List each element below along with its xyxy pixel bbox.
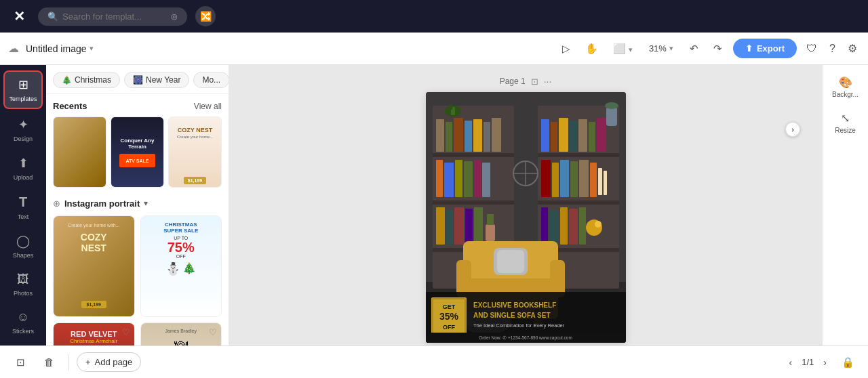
svg-rect-42 <box>541 160 551 197</box>
shield-icon: 🛡 <box>806 43 817 54</box>
recent-template-2[interactable]: Conquer Any Terrain ATV SALE <box>111 117 164 188</box>
template-favorite-icon[interactable]: ♡ <box>122 327 130 337</box>
sidebar-item-upload[interactable]: ⬆ Upload <box>3 150 43 186</box>
search-input[interactable] <box>62 12 167 22</box>
templates-body: Recents View all Conquer Any Terrain ATV… <box>46 94 229 345</box>
svg-rect-7 <box>446 122 452 152</box>
svg-rect-34 <box>551 122 557 152</box>
next-page-button[interactable]: › <box>819 355 831 370</box>
svg-rect-49 <box>604 171 607 195</box>
stickers-icon: ☺ <box>17 310 29 324</box>
sidebar-item-stickers[interactable]: ☺ Stickers <box>3 305 43 340</box>
template-card-dining[interactable]: James Bradley 🍽 Artisan Dining Set Creat… <box>140 322 222 345</box>
svg-rect-30 <box>538 153 619 157</box>
hand-tool-button[interactable]: ✋ <box>581 40 602 58</box>
template-favorite-icon-2[interactable]: ♡ <box>209 327 217 337</box>
design-icon: ✦ <box>18 117 28 132</box>
page-label: Page 1 ⊡ ··· <box>500 76 552 87</box>
svg-rect-69 <box>497 250 524 273</box>
recents-title: Recents <box>53 101 87 111</box>
help-button[interactable]: ? <box>827 40 838 58</box>
svg-rect-31 <box>538 201 619 205</box>
svg-rect-3 <box>433 153 514 157</box>
separator <box>68 354 68 371</box>
template-card-redvelvet[interactable]: RED VELVET Christmas Armchair 🪑 $299.99 … <box>53 322 135 345</box>
svg-text:OFF: OFF <box>443 324 455 331</box>
ai-search-icon: ◎ <box>171 12 178 21</box>
svg-rect-35 <box>559 118 568 152</box>
svg-rect-48 <box>598 168 602 195</box>
template-card-christmas-sale[interactable]: CHRISTMASSUPER SALE UP TO 75% OFF ⛄🎄 <box>140 215 222 317</box>
undo-button[interactable]: ↶ <box>686 40 703 58</box>
sidebar-item-shapes[interactable]: ◯ Shapes <box>3 228 43 264</box>
delete-page-button[interactable]: 🗑 <box>39 354 60 371</box>
sidebar-item-design[interactable]: ✦ Design <box>3 112 43 148</box>
svg-rect-10 <box>473 119 482 152</box>
svg-rect-23 <box>446 210 453 245</box>
instagram-section-header[interactable]: ⊕ Instagram portrait ▾ <box>53 198 222 209</box>
select-tool-button[interactable]: ▷ <box>558 40 574 58</box>
svg-rect-28 <box>487 214 494 225</box>
resize-panel-button[interactable]: ⤡ Resize <box>826 106 865 140</box>
frame-tool-button[interactable]: ⬜ ▾ <box>609 40 637 58</box>
zoom-control[interactable]: 31% ▾ <box>644 41 679 56</box>
view-all-button[interactable]: View all <box>194 102 222 111</box>
select-icon: ▷ <box>562 43 570 54</box>
sidebar-item-photos[interactable]: 🖼 Photos <box>3 267 43 302</box>
svg-rect-53 <box>569 209 578 245</box>
canvas-frame[interactable]: GET 35% OFF EXCLUSIVE BOOKSHELF AND SING… <box>426 92 626 343</box>
svg-rect-37 <box>578 119 587 152</box>
recent-template-3[interactable]: COZY NEST Create your home... $1,199 <box>168 117 222 188</box>
svg-rect-6 <box>436 119 444 152</box>
zoom-dropdown-icon: ▾ <box>669 44 673 53</box>
svg-rect-52 <box>560 207 568 245</box>
svg-text:EXCLUSIVE BOOKSHELF: EXCLUSIVE BOOKSHELF <box>473 301 556 309</box>
sidebar-item-templates[interactable]: ⊞ Templates <box>3 70 43 109</box>
svg-rect-9 <box>465 121 472 152</box>
settings-button[interactable]: ⚙ <box>845 39 860 58</box>
svg-rect-39 <box>597 118 606 152</box>
snapshot-icon: ⊡ <box>16 356 25 368</box>
text-icon: T <box>19 194 27 210</box>
photos-icon: 🖼 <box>17 272 29 287</box>
svg-rect-44 <box>560 160 569 197</box>
document-title[interactable]: Untitled image ▾ <box>26 43 94 54</box>
prev-page-button[interactable]: ‹ <box>785 355 797 370</box>
bottom-bar: ⊡ 🗑 + Add page ‹ 1/1 › 🔒 <box>0 345 868 378</box>
shapes-icon: ◯ <box>16 234 30 249</box>
topbar-extra-button[interactable]: 🔀 <box>195 6 216 26</box>
template-card-cozy[interactable]: Create your home with... COZYNEST $1,199 <box>53 215 135 317</box>
page-options-button[interactable]: ··· <box>544 76 552 87</box>
search-bar[interactable]: 🔍 ◎ <box>38 7 187 26</box>
search-icon: 🔍 <box>47 12 58 22</box>
recent-template-1[interactable] <box>53 117 106 188</box>
svg-rect-50 <box>541 207 548 245</box>
template-grid: Create your home with... COZYNEST $1,199… <box>53 215 222 345</box>
svg-rect-27 <box>486 224 495 241</box>
category-christmas[interactable]: 🎄 Christmas <box>53 72 120 88</box>
svg-rect-51 <box>549 210 559 245</box>
redo-button[interactable]: ↷ <box>709 40 726 58</box>
svg-rect-17 <box>444 163 454 197</box>
svg-rect-20 <box>474 160 481 197</box>
category-more[interactable]: Mo... <box>193 72 229 88</box>
category-newyear[interactable]: 🎆 New Year <box>124 72 189 88</box>
snapshot-button[interactable]: ⊡ <box>11 354 31 371</box>
sidebar-item-text[interactable]: T Text <box>3 189 43 226</box>
svg-rect-33 <box>541 119 549 152</box>
redo-icon: ↷ <box>713 43 722 54</box>
add-page-button[interactable]: + Add page <box>77 352 141 372</box>
export-button[interactable]: ⬆ Export <box>733 39 797 58</box>
instagram-title: Instagram portrait <box>64 198 140 209</box>
recents-grid: Conquer Any Terrain ATV SALE COZY NEST C… <box>53 117 222 188</box>
canvas-area: Page 1 ⊡ ··· <box>229 65 822 345</box>
svg-rect-11 <box>484 122 490 152</box>
christmas-emoji: 🎄 <box>62 75 72 85</box>
background-panel-button[interactable]: 🎨 Backgr... <box>826 70 865 104</box>
shield-button[interactable]: 🛡 <box>804 40 820 58</box>
svg-text:35%: 35% <box>439 311 458 322</box>
lock-button[interactable]: 🔒 <box>839 354 857 371</box>
recents-header: Recents View all <box>53 101 222 111</box>
svg-rect-19 <box>464 161 473 197</box>
svg-rect-15 <box>450 104 452 110</box>
